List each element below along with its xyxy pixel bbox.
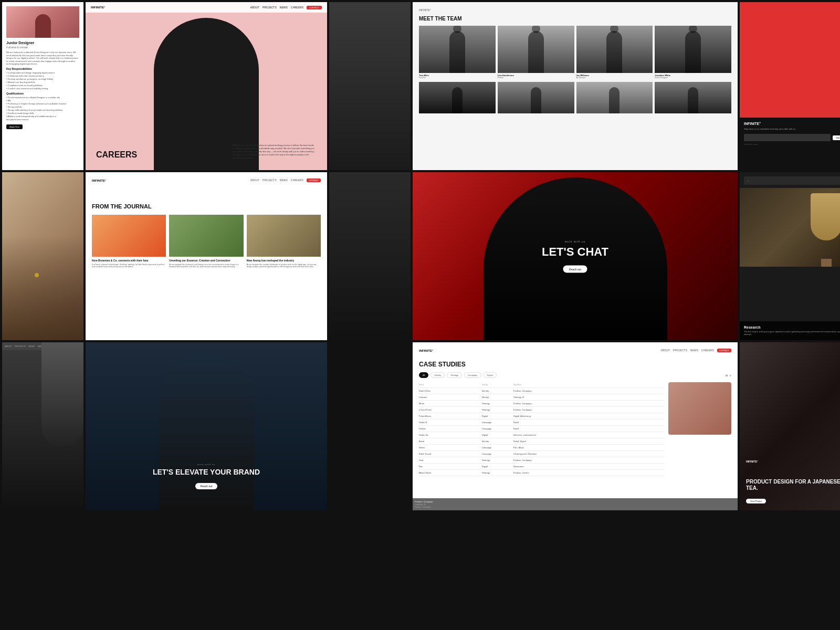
team-photo-8	[655, 82, 731, 113]
jnav-news[interactable]: NEWS	[280, 178, 288, 182]
case-layout: Name Identity Discipline Dash & DineIden…	[419, 382, 731, 476]
case-nav-links: ABOUT PROJECTS NEWS CAREERS CONTACT	[661, 349, 731, 352]
nav-about[interactable]: ABOUT	[250, 6, 259, 9]
view-project-button[interactable]: View Project	[746, 499, 766, 503]
careers-description: Whatever you need, we'll develop an opti…	[233, 144, 317, 160]
team-photo-6	[498, 82, 574, 113]
jnav-contact[interactable]: CONTACT	[307, 178, 321, 182]
team-photo-4	[655, 26, 731, 73]
newsletter-logo: INFINITE°	[744, 122, 840, 125]
cell-research: ⌕ Research The first step in solving a p…	[740, 172, 840, 340]
apply-button[interactable]: Apply Now	[6, 124, 23, 129]
team-role-4: Senior Designer	[655, 77, 731, 79]
case-row-11[interactable]: Baker SoundCampaignUncategorized, Narrat…	[419, 451, 664, 457]
cell-dark-portrait: ABOUT PROJECTS NEWS CAREERS CONTACT	[2, 342, 83, 510]
team-role-3: Art Director	[576, 77, 653, 79]
journal-nav-links: ABOUT PROJECTS NEWS CAREERS CONTACT	[250, 178, 321, 182]
team-role-2: Partner	[498, 77, 574, 79]
case-row-3[interactable]: ModaStrategyFashion, Campaign	[419, 401, 664, 407]
case-row-5[interactable]: Felipe AhsenDigitalDigital, Advertising	[419, 413, 664, 419]
team-photo-7	[576, 82, 653, 113]
case-row-1[interactable]: Dash & DineIdentityFashion, Campaign	[419, 388, 664, 394]
case-row-7[interactable]: HolisticCampaignRetail	[419, 426, 664, 432]
cell-journal: INFINITE° ABOUT PROJECTS NEWS CAREERS CO…	[86, 172, 327, 340]
filter-campaign[interactable]: Campaign	[464, 372, 481, 378]
case-row-9[interactable]: ArivalIdentityRetail, Digital	[419, 438, 664, 445]
col-discipline: Discipline	[513, 384, 545, 386]
research-search-bar[interactable]: ⌕	[744, 176, 840, 185]
email-input[interactable]	[744, 134, 831, 141]
person-head-1	[453, 26, 461, 33]
person-head-3	[610, 26, 618, 33]
journal-item-2[interactable]: Unveiling our Essence: Creation and Conn…	[169, 215, 243, 268]
nav-news[interactable]: NEWS	[280, 6, 288, 9]
cell-dark-gap-2	[329, 342, 411, 510]
case-row-10[interactable]: NimesCampaignFilm, Music	[419, 445, 664, 451]
team-photo-3	[576, 26, 653, 73]
journal-desc-1: In a future universe of landscape, shrin…	[92, 264, 166, 269]
research-description: The first step in solving a project obje…	[744, 330, 840, 336]
cell-newsletter: INFINITE° Stay close to our newsletter a…	[740, 2, 840, 170]
filter-digital[interactable]: Digital	[484, 372, 497, 378]
case-row-14[interactable]: Maker StudioStrategyFashion, London	[419, 470, 664, 476]
elevate-title: LET'S ELEVATE YOUR BRAND	[86, 468, 327, 477]
careers-heading: CAREERS	[96, 150, 137, 160]
tiny-nav-about[interactable]: ABOUT	[5, 345, 12, 348]
filter-identity[interactable]: Identity	[430, 372, 445, 378]
job-description: We are looking for a talented Junior Des…	[6, 51, 79, 66]
case-row-8[interactable]: Studio SixDigitalInfluence, entertainmen…	[419, 432, 664, 438]
research-overlay: Research The first step in solving a pro…	[740, 321, 840, 340]
team-nav: INFINITE°	[419, 8, 731, 12]
person-shape-7	[609, 87, 620, 113]
person-shape-8	[688, 87, 698, 113]
nav-projects[interactable]: PROJECTS	[262, 6, 277, 9]
tiny-nav-projects[interactable]: PROJECTS	[15, 345, 26, 348]
jnav-projects[interactable]: PROJECTS	[262, 178, 277, 182]
team-title: MEET THE TEAM	[419, 16, 731, 22]
list-view-icon[interactable]: ≡	[730, 374, 731, 377]
elevate-text: work with us LET'S ELEVATE YOUR BRAND Re…	[86, 463, 327, 489]
case-row-2[interactable]: CascataIdentityStrategy, N	[419, 394, 664, 401]
team-photo-2	[498, 26, 574, 73]
subscribe-button[interactable]: Subscribe	[833, 135, 840, 140]
case-row-13[interactable]: BiteDigitalRestaurant	[419, 464, 664, 470]
tiny-nav-news[interactable]: NEWS	[28, 345, 35, 348]
team-nav-logo: INFINITE°	[419, 8, 431, 12]
filter-strategy[interactable]: Strategy	[447, 372, 462, 378]
chat-button[interactable]: Reach out	[563, 266, 587, 273]
col-name: Name	[419, 384, 482, 386]
journal-item-3[interactable]: How Aesop has reshaped the industry As w…	[247, 215, 321, 268]
case-row-4[interactable]: CJ and FestoStrategyFashion, Campaign	[419, 407, 664, 413]
newsletter-note: 4 previous issues	[744, 143, 840, 145]
chat-overlay: work with us LET'S CHAT Reach out	[542, 240, 608, 273]
journal-img-2	[169, 215, 243, 257]
case-row-12[interactable]: ZaraStrategyFashion, Campaign	[419, 457, 664, 464]
cnav-about[interactable]: ABOUT	[661, 349, 670, 352]
nav-careers[interactable]: CAREERS	[291, 6, 303, 9]
journal-grid: How Brownies & Co. connects with their f…	[92, 215, 321, 268]
person-head-4	[689, 26, 697, 33]
journal-item-1[interactable]: How Brownies & Co. connects with their f…	[92, 215, 166, 268]
jnav-careers[interactable]: CAREERS	[291, 178, 303, 182]
nav-contact[interactable]: CONTACT	[307, 6, 322, 9]
case-nav-logo: INFINITE°	[419, 349, 433, 352]
filter-all[interactable]: All	[419, 372, 428, 378]
cnav-news[interactable]: NEWS	[690, 349, 698, 352]
team-grid-row1: Tom Allen Founder Lisa Hutchinson Partne…	[419, 26, 731, 79]
team-member-5	[419, 82, 496, 113]
case-studies-title: CASE STUDIES	[419, 361, 731, 368]
elevate-button[interactable]: Reach out	[195, 483, 218, 489]
team-grid-row2	[419, 82, 731, 113]
jnav-about[interactable]: ABOUT	[250, 178, 259, 182]
search-icon: ⌕	[747, 179, 749, 182]
hand-overlay	[2, 235, 83, 340]
team-member-1: Tom Allen Founder	[419, 26, 496, 79]
grid-view-icon[interactable]: ⊞	[726, 374, 728, 377]
nav-bar: INFINITE° ABOUT PROJECTS NEWS CAREERS CO…	[86, 2, 327, 13]
cnav-projects[interactable]: PROJECTS	[673, 349, 687, 352]
cnav-careers[interactable]: CAREERS	[701, 349, 714, 352]
lamp-base	[821, 259, 832, 267]
cnav-contact[interactable]: CONTACT	[717, 349, 731, 352]
journal-title: FROM THE JOURNAL	[92, 203, 321, 209]
case-row-6[interactable]: Studio BCampaignRetail	[419, 419, 664, 426]
